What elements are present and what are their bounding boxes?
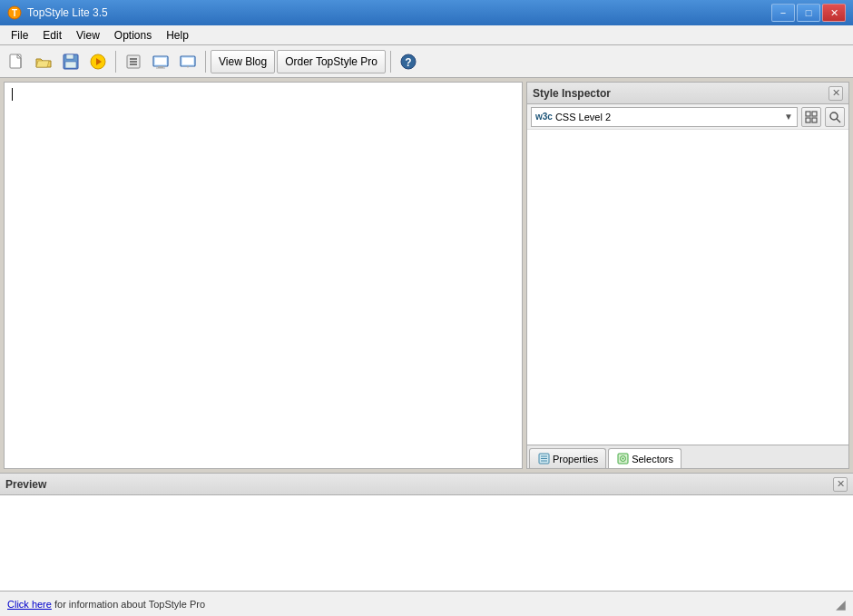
titlebar-left: T TopStyle Lite 3.5 <box>7 5 108 20</box>
inspector-close-button[interactable]: ✕ <box>828 86 843 101</box>
svg-line-28 <box>837 119 840 122</box>
svg-text:T: T <box>12 8 17 18</box>
tab-selectors[interactable]: Selectors <box>608 448 681 468</box>
dropdown-arrow-icon: ▼ <box>784 112 793 122</box>
css-level-text: CSS Level 2 <box>555 112 611 122</box>
svg-point-20 <box>187 65 189 67</box>
svg-rect-25 <box>806 118 810 122</box>
svg-rect-23 <box>806 112 810 116</box>
titlebar-controls: − □ ✕ <box>771 4 846 22</box>
svg-rect-6 <box>66 54 74 59</box>
inspector-tabs: Properties Selectors <box>527 445 848 468</box>
editor-content[interactable] <box>5 83 522 468</box>
main-area: Style Inspector ✕ w3c CSS Level 2 ▼ <box>0 78 853 473</box>
footer-link[interactable]: Click here <box>7 599 52 610</box>
preview-header: Preview ✕ <box>0 474 853 495</box>
properties-tab-icon <box>537 453 550 465</box>
separator-1 <box>115 51 116 73</box>
menu-options[interactable]: Options <box>107 26 159 44</box>
window-title: TopStyle Lite 3.5 <box>27 6 108 19</box>
inspector-toolbar: w3c CSS Level 2 ▼ <box>527 104 848 130</box>
text-cursor <box>12 88 13 101</box>
tab-properties[interactable]: Properties <box>529 448 606 468</box>
menu-file[interactable]: File <box>4 26 35 44</box>
inspector-panel: Style Inspector ✕ w3c CSS Level 2 ▼ <box>526 82 849 469</box>
css-level-dropdown[interactable]: w3c CSS Level 2 ▼ <box>531 107 798 127</box>
svg-rect-19 <box>182 58 193 64</box>
preview-close-button[interactable]: ✕ <box>833 477 848 492</box>
new-button[interactable] <box>4 49 29 74</box>
open-button[interactable] <box>31 49 56 74</box>
tab-selectors-label: Selectors <box>632 454 673 464</box>
tab-properties-label: Properties <box>553 454 598 464</box>
help-button[interactable]: ? <box>396 49 421 74</box>
inspector-header: Style Inspector ✕ <box>527 83 848 104</box>
footer-description: for information about TopStyle Pro <box>52 599 205 610</box>
menu-help[interactable]: Help <box>159 26 196 44</box>
selectors-tab-icon <box>616 453 629 465</box>
preview-desktop-button[interactable] <box>148 49 173 74</box>
svg-point-27 <box>830 112 838 120</box>
menu-edit[interactable]: Edit <box>35 26 69 44</box>
minimize-button[interactable]: − <box>771 4 795 22</box>
separator-2 <box>205 51 206 73</box>
toolbar: View Blog Order TopStyle Pro ? <box>0 45 853 78</box>
preview-title: Preview <box>5 478 46 491</box>
css-prefix: w3c <box>535 112 553 122</box>
inspector-content[interactable] <box>527 130 848 445</box>
maximize-button[interactable]: □ <box>797 4 820 22</box>
preview-panel: Preview ✕ <box>0 473 853 591</box>
order-button[interactable]: Order TopStyle Pro <box>277 50 386 73</box>
svg-text:?: ? <box>405 56 411 69</box>
footer-info: Click here for information about TopStyl… <box>7 599 205 610</box>
publish-button[interactable] <box>85 49 111 74</box>
titlebar: T TopStyle Lite 3.5 − □ ✕ <box>0 0 853 25</box>
close-button[interactable]: ✕ <box>822 4 846 22</box>
menu-view[interactable]: View <box>69 26 107 44</box>
svg-rect-7 <box>65 62 76 68</box>
resize-handle[interactable]: ◢ <box>836 597 846 611</box>
view-blog-button[interactable]: View Blog <box>211 50 275 73</box>
svg-point-35 <box>622 458 623 460</box>
inspector-search-button[interactable] <box>825 107 845 127</box>
svg-rect-26 <box>812 118 817 122</box>
list-button[interactable] <box>121 49 146 74</box>
menubar: File Edit View Options Help <box>0 25 853 45</box>
save-button[interactable] <box>58 49 83 74</box>
separator-3 <box>390 51 391 73</box>
preview-content[interactable] <box>0 495 853 591</box>
app-icon: T <box>7 5 22 20</box>
preview-mobile-button[interactable] <box>175 49 201 74</box>
svg-rect-15 <box>155 58 166 64</box>
editor-panel[interactable] <box>4 82 523 469</box>
inspector-grid-button[interactable] <box>801 107 821 127</box>
inspector-title: Style Inspector <box>533 87 611 100</box>
svg-rect-24 <box>812 112 817 116</box>
footer: Click here for information about TopStyl… <box>0 591 853 616</box>
